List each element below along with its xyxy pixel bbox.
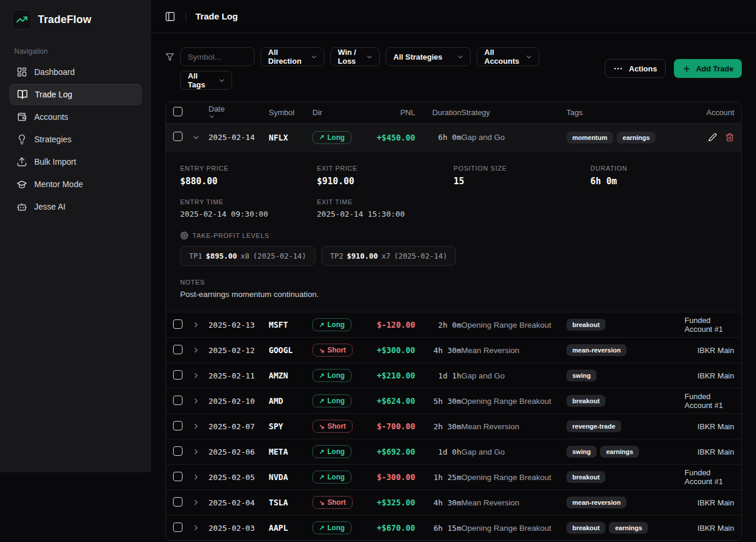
sidebar-item-bulk-import[interactable]: Bulk Import (9, 151, 142, 172)
sidebar-toggle-button[interactable] (162, 8, 178, 25)
panel-left-icon (165, 11, 175, 22)
sidebar-item-accounts[interactable]: Accounts (9, 106, 142, 128)
trade-symbol: AAPL (269, 523, 312, 533)
add-trade-button-label: Add Trade (696, 64, 734, 73)
tag-pill: earnings (609, 522, 648, 534)
trade-strategy: Gap and Go (461, 448, 566, 456)
direction-label: Long (327, 321, 344, 329)
row-expand-chevron-icon[interactable] (192, 524, 208, 532)
sidebar-item-mentor-mode[interactable]: Mentor Mode (9, 174, 142, 195)
row-checkbox[interactable] (173, 370, 183, 380)
direction-badge: ↗ Long (312, 318, 351, 331)
trade-account: IBKR Main (698, 498, 734, 507)
trade-symbol: AMZN (269, 371, 312, 380)
symbol-search-input[interactable] (180, 47, 255, 66)
win-loss-filter-select[interactable]: Win / Loss (330, 47, 380, 66)
table-row[interactable]: 2025-02-14 NFLX ↗ Long +$450.00 6h 0m Ga… (166, 123, 741, 151)
trade-tags: mean-reversion (566, 497, 685, 508)
dashboard-grid-icon (17, 67, 27, 77)
tags-filter-select[interactable]: All Tags (180, 71, 232, 90)
row-expand-chevron-icon[interactable] (192, 321, 208, 329)
direction-label: Long (327, 473, 344, 481)
entry-time-value: 2025-02-14 09:30:00 (180, 210, 317, 218)
column-header-dir: Dir (312, 108, 369, 117)
trade-duration: 6h 0m (415, 133, 461, 142)
sidebar-item-strategies[interactable]: Strategies (9, 129, 142, 150)
table-row[interactable]: 2025-02-12 GOOGL ↘ Short +$300.00 4h 30m… (166, 337, 741, 363)
trade-pnl: +$624.00 (369, 396, 415, 406)
tp-price: $910.00 (347, 252, 378, 260)
tag-pill: mean-reversion (566, 344, 627, 356)
row-expand-chevron-icon[interactable] (192, 346, 208, 354)
plus-icon (682, 64, 691, 73)
row-expand-chevron-icon[interactable] (192, 371, 208, 380)
row-checkbox[interactable] (173, 523, 183, 532)
row-checkbox[interactable] (173, 421, 183, 430)
sidebar-item-jesse-ai[interactable]: Jesse AI (9, 196, 142, 217)
direction-label: Long (327, 371, 344, 380)
table-row[interactable]: 2025-02-07 SPY ↘ Short $-700.00 2h 30m M… (166, 413, 741, 439)
row-expand-chevron-icon[interactable] (192, 133, 208, 142)
row-checkbox[interactable] (173, 345, 183, 354)
exit-time-label: EXIT TIME (317, 198, 454, 205)
direction-filter-select[interactable]: All Direction (260, 47, 324, 66)
delete-trade-button[interactable] (725, 133, 734, 142)
tag-pill: earnings (600, 446, 639, 458)
row-expand-chevron-icon[interactable] (192, 422, 208, 430)
sidebar-item-trade-log[interactable]: Trade Log (9, 84, 142, 105)
direction-badge: ↗ Long (312, 521, 351, 534)
select-all-checkbox[interactable] (173, 107, 183, 116)
strategies-filter-select[interactable]: All Strategies (386, 47, 471, 66)
trade-tags: momentumearnings (566, 132, 685, 143)
take-profit-chip: TP1 $895.00 x8 (2025-02-14) (180, 246, 315, 266)
trade-duration: 5h 30m (415, 397, 461, 406)
accounts-filter-select[interactable]: All Accounts (477, 47, 539, 66)
trade-date: 2025-02-14 (208, 133, 269, 142)
column-header-date[interactable]: Date (208, 105, 269, 120)
edit-trade-button[interactable] (708, 133, 717, 142)
trade-strategy: Mean Reversion (461, 498, 566, 507)
tp-date: (2025-02-14) (394, 252, 447, 260)
column-header-account: Account (685, 108, 734, 117)
exit-price-value: $910.00 (317, 176, 454, 187)
entry-price-value: $880.00 (180, 176, 317, 187)
trade-tags: breakout (566, 395, 685, 407)
table-row[interactable]: 2025-02-04 TSLA ↘ Short +$325.00 4h 30m … (166, 489, 741, 515)
row-checkbox[interactable] (173, 446, 183, 456)
row-checkbox[interactable] (173, 132, 183, 141)
add-trade-button[interactable]: Add Trade (674, 59, 742, 78)
trade-pnl: +$450.00 (369, 133, 415, 142)
direction-arrow-icon: ↗ (319, 448, 324, 456)
tag-pill: breakout (566, 471, 605, 483)
row-expand-chevron-icon[interactable] (192, 473, 208, 481)
sidebar-item-dashboard[interactable]: Dashboard (9, 61, 142, 83)
row-checkbox[interactable] (173, 497, 183, 507)
table-row[interactable]: 2025-02-11 AMZN ↗ Long +$210.00 1d 1h Ga… (166, 363, 741, 388)
direction-badge: ↗ Long (312, 394, 351, 407)
actions-button-label: Actions (629, 64, 657, 73)
row-expand-chevron-icon[interactable] (192, 448, 208, 456)
table-row[interactable]: 2025-02-03 AAPL ↗ Long +$670.00 6h 15m O… (166, 515, 741, 540)
row-expand-chevron-icon[interactable] (192, 397, 208, 405)
table-row[interactable]: 2025-02-06 META ↗ Long +$692.00 1d 0h Ga… (166, 439, 741, 464)
table-row[interactable]: 2025-02-05 NVDA ↗ Long $-300.00 1h 25m O… (166, 464, 741, 489)
column-header-strategy: Strategy (461, 108, 566, 117)
table-row[interactable]: 2025-02-10 AMD ↗ Long +$624.00 5h 30m Op… (166, 388, 741, 413)
trade-duration: 2h 30m (415, 422, 461, 431)
actions-button[interactable]: ⋯ Actions (605, 59, 666, 78)
trade-duration: 2h 0m (415, 321, 461, 329)
row-checkbox[interactable] (173, 472, 183, 481)
duration-label: DURATION (591, 165, 728, 172)
trade-date: 2025-02-10 (208, 397, 269, 406)
trade-account: IBKR Main (698, 448, 734, 456)
tag-pill: revenge-trade (566, 420, 621, 432)
tag-pill: breakout (566, 319, 605, 331)
row-checkbox[interactable] (173, 319, 183, 329)
row-expand-chevron-icon[interactable] (192, 498, 208, 507)
direction-badge: ↘ Short (312, 496, 353, 509)
table-row[interactable]: 2025-02-13 MSFT ↗ Long $-120.00 2h 0m Op… (166, 312, 741, 337)
direction-arrow-icon: ↗ (319, 474, 324, 481)
row-checkbox[interactable] (173, 396, 183, 405)
trade-symbol: MSFT (269, 320, 312, 329)
direction-arrow-icon: ↘ (319, 347, 324, 354)
